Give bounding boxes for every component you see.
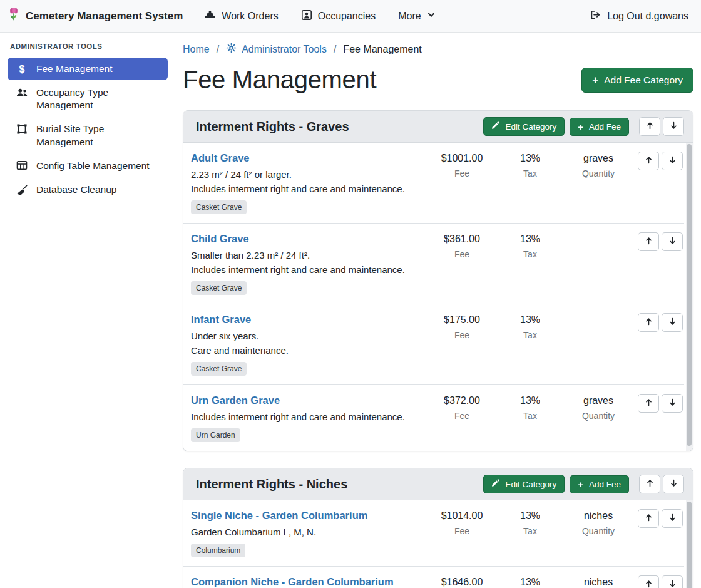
nav-more[interactable]: More [398,11,435,22]
breadcrumb: Home / Administrator Tools / Fee Managem… [183,43,693,56]
fee-move-buttons [635,575,683,588]
hard-hat-icon [204,9,216,23]
card-scrollbar-track[interactable] [686,143,693,451]
fee-amount: $1646.00 [427,577,496,588]
logout-button[interactable]: Log Out d.gowans [590,9,688,23]
fee-amount-col: $1014.00Fee [427,508,496,536]
move-fee-up-button[interactable] [638,152,659,170]
move-fee-up-button[interactable] [638,575,659,588]
edit-category-label: Edit Category [505,480,556,489]
tax-rate-col: 13%Tax [499,508,561,536]
tax-rate-label: Tax [499,330,561,340]
fee-badge-wrap: Casket Grave [191,275,425,295]
fee-description: Smaller than 2.23 m² / 24 ft². [191,250,425,260]
move-fee-down-button[interactable] [662,232,683,251]
card-scrollbar-thumb[interactable] [687,144,692,446]
sidebar-item-label: Config Table Management [36,160,150,172]
fee-name-link[interactable]: Infant Grave [191,314,251,326]
fee-description: Includes interment right and care and ma… [191,411,425,422]
fee-amount-label: Fee [427,330,496,340]
add-fee-label: Add Fee [589,480,621,489]
move-fee-up-button[interactable] [638,509,659,528]
quantity-unit-col: gravesQuantity [564,151,633,178]
tax-rate-col: 13%Tax [499,151,561,178]
tax-rate-col: 13%Tax [499,393,561,421]
tax-rate: 13% [499,395,561,406]
quantity-unit: graves [564,395,633,406]
logout-label: Log Out d.gowans [607,11,688,22]
pencil-icon [491,121,499,132]
quantity-empty [564,232,633,234]
tulip-logo-icon [8,6,20,26]
nav-occupancies[interactable]: Occupancies [301,9,376,23]
fee-row: Companion Niche - Garden ColumbariumGard… [183,566,684,588]
move-category-up-button[interactable] [639,475,660,493]
sidebar-item-burial-site-type[interactable]: Burial Site Type Management [8,118,168,153]
fee-amount-col: $372.00Fee [427,393,496,421]
fee-row: Single Niche - Garden ColumbariumGarden … [183,500,684,566]
quantity-unit-label: Quantity [564,526,633,536]
fee-name-link[interactable]: Urn Garden Grave [191,395,280,406]
breadcrumb-separator: / [217,44,219,55]
fee-description: Includes interment right and care and ma… [191,183,425,194]
arrow-down-icon [668,513,677,524]
fee-move-buttons [635,508,683,528]
main-content: Home / Administrator Tools / Fee Managem… [175,33,701,588]
arrow-up-icon [644,513,653,524]
fee-info: Infant GraveUnder six years.Care and mai… [191,312,425,376]
arrow-down-icon [668,398,677,409]
move-category-up-button[interactable] [639,117,660,136]
breadcrumb-admin-tools-link[interactable]: Administrator Tools [226,43,327,56]
add-fee-category-button[interactable]: + Add Fee Category [581,68,693,93]
nav-work-orders[interactable]: Work Orders [204,9,278,23]
sidebar-item-config-table[interactable]: Config Table Management [8,155,168,177]
fee-name-link[interactable]: Companion Niche - Garden Columbarium [191,576,394,588]
move-category-down-button[interactable] [663,475,684,493]
fee-name-link[interactable]: Child Grave [191,233,249,245]
people-icon [15,86,29,98]
breadcrumb-admin-tools-label: Administrator Tools [242,44,327,55]
fee-name-link[interactable]: Adult Grave [191,152,250,164]
arrow-up-icon [644,317,653,328]
tax-rate-label: Tax [499,526,561,536]
plus-icon: + [578,480,583,489]
move-fee-down-button[interactable] [662,152,683,170]
arrow-up-icon [644,398,653,409]
move-fee-up-button[interactable] [638,313,659,332]
breadcrumb-separator: / [334,44,336,55]
quantity-unit-col: nichesQuantity [564,575,633,588]
fee-badge-wrap: Casket Grave [191,194,425,214]
fee-move-buttons [635,393,683,413]
category-body: Single Niche - Garden ColumbariumGarden … [183,500,693,588]
fee-amount: $1014.00 [427,510,496,522]
card-scrollbar-track[interactable] [686,500,693,588]
sidebar-item-fee-management[interactable]: $ Fee Management [8,58,168,80]
fee-name-wrap: Single Niche - Garden Columbarium [191,508,425,523]
fee-description: Under six years. [191,331,425,341]
add-fee-button[interactable]: +Add Fee [570,475,629,493]
move-category-down-button[interactable] [663,117,684,136]
sidebar-item-occupancy-type[interactable]: Occupancy Type Management [8,81,168,116]
move-fee-down-button[interactable] [662,575,683,588]
app-brand[interactable]: Cemetery Management System [8,6,183,26]
vector-square-icon [15,123,29,135]
tax-rate-label: Tax [499,168,561,178]
edit-category-button[interactable]: Edit Category [483,117,565,136]
card-scrollbar-thumb[interactable] [687,502,692,588]
fee-description: Includes interment right and care and ma… [191,264,425,275]
arrow-down-icon [668,317,677,328]
plus-icon: + [578,122,583,132]
move-fee-up-button[interactable] [638,394,659,413]
move-fee-down-button[interactable] [662,394,683,413]
add-fee-button[interactable]: +Add Fee [570,118,629,136]
sidebar-item-database-cleanup[interactable]: Database Cleanup [8,178,168,201]
edit-category-button[interactable]: Edit Category [483,475,565,493]
move-fee-down-button[interactable] [662,509,683,528]
fee-name-link[interactable]: Single Niche - Garden Columbarium [191,510,367,522]
fee-move-buttons [635,232,683,251]
move-fee-up-button[interactable] [638,232,659,251]
tax-rate-col: 13%Tax [499,232,561,259]
breadcrumb-home-link[interactable]: Home [183,44,210,55]
move-fee-down-button[interactable] [662,313,683,332]
fee-amount-label: Fee [427,168,496,178]
